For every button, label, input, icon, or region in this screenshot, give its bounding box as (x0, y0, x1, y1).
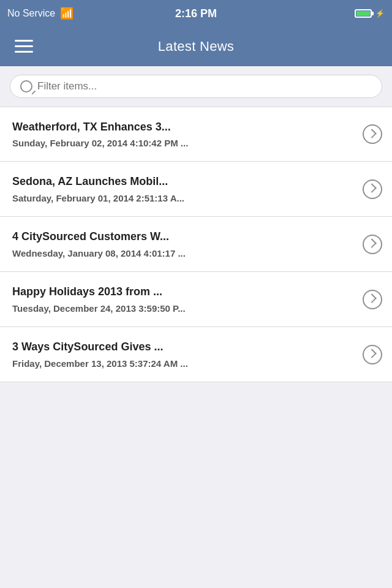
search-bar[interactable] (10, 75, 382, 98)
hamburger-line-2 (15, 45, 33, 47)
chevron-right-icon (363, 345, 382, 364)
list-item[interactable]: Sedona, AZ Launches Mobil... Saturday, F… (0, 162, 392, 217)
battery-fill (356, 11, 370, 16)
charging-icon: ⚡ (375, 9, 385, 18)
page-title: Latest News (158, 39, 234, 55)
search-container (0, 66, 392, 107)
news-date: Saturday, February 01, 2014 2:51:13 A... (12, 193, 363, 203)
news-content: Sedona, AZ Launches Mobil... Saturday, F… (12, 175, 363, 203)
news-content: Weatherford, TX Enhances 3... Sunday, Fe… (12, 120, 363, 148)
news-title: 3 Ways CitySourced Gives ... (12, 340, 363, 354)
news-content: Happy Holidays 2013 from ... Tuesday, De… (12, 285, 363, 313)
list-item[interactable]: 4 CitySourced Customers W... Wednesday, … (0, 217, 392, 272)
search-icon (20, 80, 32, 92)
battery-indicator (355, 9, 372, 18)
status-right: ⚡ (355, 9, 385, 18)
status-bar: No Service 📶 2:16 PM ⚡ (0, 0, 392, 27)
chevron-right-icon (363, 124, 382, 144)
news-content: 4 CitySourced Customers W... Wednesday, … (12, 230, 363, 258)
news-title: Sedona, AZ Launches Mobil... (12, 175, 363, 189)
news-date: Wednesday, January 08, 2014 4:01:17 ... (12, 248, 363, 258)
status-left: No Service 📶 (7, 7, 74, 20)
news-date: Tuesday, December 24, 2013 3:59:50 P... (12, 303, 363, 314)
chevron-right-icon (363, 179, 382, 199)
news-title: Weatherford, TX Enhances 3... (12, 120, 363, 134)
wifi-icon: 📶 (60, 7, 74, 20)
list-item[interactable]: Weatherford, TX Enhances 3... Sunday, Fe… (0, 107, 392, 162)
search-input[interactable] (37, 80, 372, 92)
news-title: Happy Holidays 2013 from ... (12, 285, 363, 299)
hamburger-line-3 (15, 51, 33, 53)
status-time: 2:16 PM (175, 7, 217, 20)
chevron-right-icon (363, 290, 382, 309)
news-date: Friday, December 13, 2013 5:37:24 AM ... (12, 358, 363, 369)
list-item[interactable]: 3 Ways CitySourced Gives ... Friday, Dec… (0, 327, 392, 382)
hamburger-line-1 (15, 40, 33, 42)
news-title: 4 CitySourced Customers W... (12, 230, 363, 244)
chevron-right-icon (363, 235, 382, 254)
nav-bar: Latest News (0, 27, 392, 66)
hamburger-menu-button[interactable] (10, 35, 38, 58)
news-list: Weatherford, TX Enhances 3... Sunday, Fe… (0, 107, 392, 382)
battery-body (355, 9, 372, 18)
news-content: 3 Ways CitySourced Gives ... Friday, Dec… (12, 340, 363, 368)
list-item[interactable]: Happy Holidays 2013 from ... Tuesday, De… (0, 272, 392, 327)
signal-text: No Service (7, 8, 55, 19)
news-date: Sunday, February 02, 2014 4:10:42 PM ... (12, 138, 363, 148)
